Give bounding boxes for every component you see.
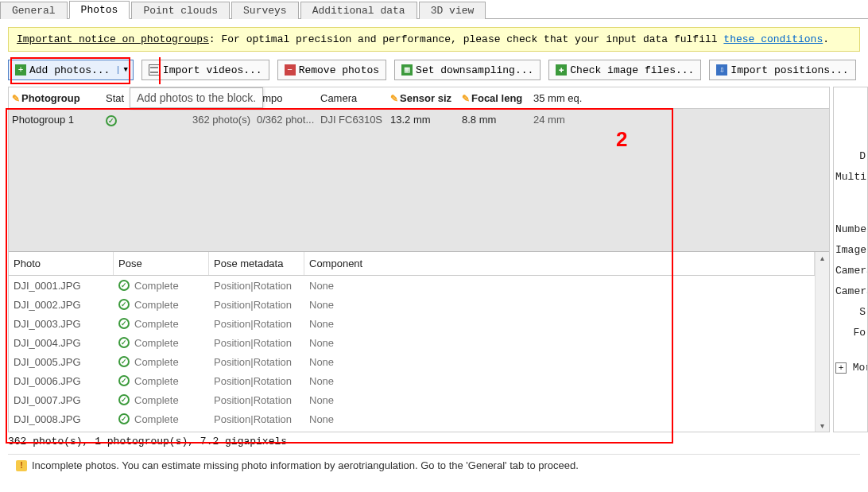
col-pose-metadata[interactable]: Pose metadata [209, 252, 304, 275]
tab-additional-data[interactable]: Additional data [300, 2, 417, 19]
plus-icon[interactable]: + [835, 362, 847, 374]
remove-photos-button[interactable]: − Remove photos [277, 60, 386, 80]
prop-line-4: Image [835, 240, 866, 261]
toolbar: + Add photos... ▼ Import videos... − Rem… [0, 60, 868, 87]
photogroup-component: 0/362 phot... [254, 114, 317, 126]
properties-panel: D Multi- Number Image Camera Camera S Fo… [833, 87, 868, 432]
warning-icon: ! [16, 460, 27, 471]
photo-filename: DJI_0005.JPG [9, 356, 114, 368]
photo-component: None [304, 413, 815, 425]
tab-bar: General Photos Point clouds Surveys Addi… [0, 0, 868, 19]
photo-pose-metadata: Position|Rotation [209, 318, 304, 330]
photo-pose-metadata: Position|Rotation [209, 299, 304, 311]
photo-component: None [304, 394, 815, 406]
photo-filename: DJI_0002.JPG [9, 299, 114, 311]
photo-pose: ✓Complete [114, 299, 209, 311]
notice-link[interactable]: these conditions [723, 33, 823, 45]
col-photogroup[interactable]: Photogroup [9, 92, 103, 104]
photo-row[interactable]: DJI_0003.JPG✓CompletePosition|RotationNo… [9, 314, 815, 333]
photo-pose-metadata: Position|Rotation [209, 413, 304, 425]
import-positions-icon: ⇩ [716, 64, 727, 76]
col-focal-length[interactable]: Focal leng [459, 92, 530, 104]
import-positions-button[interactable]: ⇩ Import positions... [709, 60, 855, 80]
pose-ok-icon: ✓ [118, 394, 130, 405]
photo-pose-metadata: Position|Rotation [209, 375, 304, 387]
photo-pose-metadata: Position|Rotation [209, 280, 304, 292]
pose-ok-icon: ✓ [118, 299, 130, 310]
scroll-down-icon[interactable]: ▾ [820, 421, 824, 430]
prop-more[interactable]: + Mor [835, 358, 866, 378]
photo-row[interactable]: DJI_0007.JPG✓CompletePosition|RotationNo… [9, 390, 815, 409]
remove-photos-label: Remove photos [299, 64, 379, 76]
add-photos-dropdown[interactable]: ▼ [118, 66, 132, 74]
photogroup-sensor: 13.2 mm [387, 114, 459, 126]
scrollbar-vertical[interactable]: ▴ ▾ [815, 252, 829, 432]
photo-pose: ✓Complete [114, 280, 209, 292]
photo-pose: ✓Complete [114, 375, 209, 387]
photo-row[interactable]: DJI_0008.JPG✓CompletePosition|RotationNo… [9, 409, 815, 428]
import-videos-label: Import videos... [163, 64, 262, 76]
photo-pose-metadata: Position|Rotation [209, 356, 304, 368]
add-photos-label: Add photos... [29, 64, 110, 76]
import-videos-button[interactable]: Import videos... [141, 60, 269, 80]
photo-filename: DJI_0001.JPG [9, 280, 114, 292]
photo-row[interactable]: DJI_0004.JPG✓CompletePosition|RotationNo… [9, 333, 815, 352]
photo-component: None [304, 375, 815, 387]
photo-pose-metadata: Position|Rotation [209, 394, 304, 406]
col-pose[interactable]: Pose [114, 252, 209, 275]
film-icon [149, 64, 160, 76]
photo-filename: DJI_0004.JPG [9, 337, 114, 349]
add-photos-button[interactable]: + Add photos... ▼ [8, 60, 134, 80]
add-photos-icon: + [15, 64, 26, 76]
tab-surveys[interactable]: Surveys [231, 2, 299, 19]
import-positions-label: Import positions... [730, 64, 848, 76]
pose-ok-icon: ✓ [118, 318, 130, 329]
photo-row[interactable]: DJI_0001.JPG✓CompletePosition|RotationNo… [9, 276, 815, 295]
photo-component: None [304, 280, 815, 292]
col-photo-component[interactable]: Component [304, 252, 815, 275]
prop-line-2: Multi- [835, 167, 866, 188]
status-ok-icon: ✓ [106, 115, 117, 126]
scroll-up-icon[interactable]: ▴ [820, 254, 824, 262]
prop-line-5: Camera [835, 261, 866, 281]
col-photo[interactable]: Photo [9, 252, 114, 275]
photo-header-row: Photo Pose Pose metadata Component [9, 252, 815, 276]
photo-pose-metadata: Position|Rotation [209, 337, 304, 349]
photo-component: None [304, 318, 815, 330]
pose-ok-icon: ✓ [118, 356, 130, 367]
prop-line-6: Camera [835, 281, 866, 302]
prop-line-1: D [835, 146, 866, 167]
tooltip: Add photos to the block. [130, 87, 263, 108]
tab-point-clouds[interactable]: Point clouds [131, 2, 230, 19]
photogroup-focal: 8.8 mm [459, 114, 530, 126]
set-downsampling-button[interactable]: ▦ Set downsampling... [394, 60, 541, 80]
notice-bar: Important notice on photogroups: For opt… [8, 27, 860, 52]
photogroup-35eq: 24 mm [530, 114, 829, 126]
status-summary: 362 photo(s), 1 photogroup(s), 7.2 gigap… [0, 432, 868, 451]
tab-photos[interactable]: Photos [69, 1, 130, 19]
status-warning: ! Incomplete photos. You can estimate mi… [8, 454, 860, 471]
photogroup-photo-count: 362 photo(s) [182, 114, 254, 126]
photo-pose: ✓Complete [114, 413, 209, 425]
photo-row[interactable]: DJI_0006.JPG✓CompletePosition|RotationNo… [9, 371, 815, 390]
photo-row[interactable]: DJI_0002.JPG✓CompletePosition|RotationNo… [9, 295, 815, 314]
pose-ok-icon: ✓ [118, 280, 130, 291]
prop-line-7: S [835, 302, 866, 323]
photo-row[interactable]: DJI_0005.JPG✓CompletePosition|RotationNo… [9, 352, 815, 371]
photogroup-row[interactable]: Photogroup 1 ✓ 362 photo(s) 0/362 phot..… [9, 109, 829, 130]
tab-3d-view[interactable]: 3D view [419, 2, 486, 19]
check-image-files-label: Check image files... [570, 64, 694, 76]
downsampling-icon: ▦ [401, 64, 413, 76]
check-image-files-button[interactable]: ✚ Check image files... [548, 60, 701, 80]
tab-general[interactable]: General [0, 2, 68, 19]
col-sensor-size[interactable]: Sensor siz [387, 92, 459, 104]
photo-list: DJI_0001.JPG✓CompletePosition|RotationNo… [9, 276, 815, 428]
photo-component: None [304, 337, 815, 349]
notice-heading: Important notice on photogroups [17, 33, 209, 45]
photogroup-camera: DJI FC6310S [317, 114, 387, 126]
warning-text: Incomplete photos. You can estimate miss… [32, 459, 579, 471]
col-35mm-eq[interactable]: 35 mm eq. [530, 92, 829, 104]
check-files-icon: ✚ [556, 64, 567, 76]
photo-filename: DJI_0008.JPG [9, 413, 114, 425]
col-camera[interactable]: Camera [317, 92, 387, 104]
